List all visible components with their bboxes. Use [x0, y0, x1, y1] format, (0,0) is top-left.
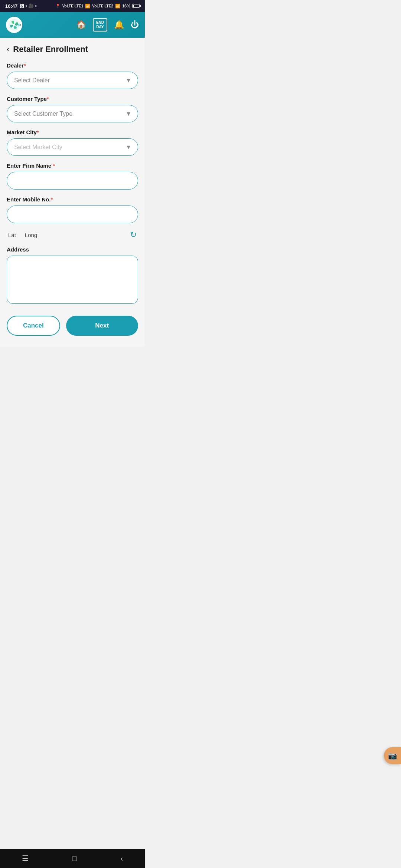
- lat-label: Lat: [8, 232, 16, 238]
- customer-type-select-wrapper: ▼ Select Customer Type: [7, 105, 138, 122]
- mobile-label: Enter Mobile No.*: [7, 196, 138, 203]
- dealer-select-wrapper: ▼ Select Dealer: [7, 72, 138, 89]
- status-time: 16:47 🖼 • 🎥 •: [5, 3, 37, 9]
- signal-bars-1: 📶: [85, 4, 90, 9]
- mobile-field-section: Enter Mobile No.*: [7, 196, 138, 223]
- header-nav: 🏠 END DAY 🔔 ⏻: [76, 18, 139, 32]
- address-label: Address: [7, 246, 138, 253]
- app-header: VST 🏠 END DAY 🔔 ⏻: [0, 12, 145, 38]
- end-day-line1: END: [96, 20, 104, 25]
- firm-name-required-star: *: [53, 162, 55, 169]
- firm-name-field-section: Enter Firm Name *: [7, 162, 138, 190]
- refresh-location-icon[interactable]: ↻: [130, 230, 137, 240]
- logo-area: VST: [6, 17, 22, 33]
- signal-text: VoLTE LTE1: [62, 4, 84, 8]
- logo-circle: VST: [6, 17, 22, 33]
- firm-name-label: Enter Firm Name *: [7, 162, 138, 169]
- dealer-select[interactable]: [7, 72, 138, 89]
- customer-type-select[interactable]: [7, 105, 138, 122]
- status-icons: 🖼 • 🎥 •: [20, 3, 36, 9]
- customer-type-label: Customer Type*: [7, 96, 138, 102]
- market-city-select-wrapper: ▼ Select Market City: [7, 138, 138, 156]
- end-day-button[interactable]: END DAY: [93, 18, 107, 32]
- notifications-icon[interactable]: 🔔: [114, 20, 124, 30]
- signal-text-2: VoLTE LTE2: [92, 4, 113, 8]
- location-icon: 📍: [55, 4, 61, 9]
- page-title-row: ‹ Retailer Enrollment: [7, 45, 138, 54]
- market-city-select[interactable]: [7, 138, 138, 156]
- button-row: Cancel Next: [7, 316, 138, 336]
- dealer-label: Dealer*: [7, 62, 138, 69]
- end-day-line2: DAY: [96, 25, 104, 29]
- mobile-required-star: *: [50, 196, 53, 203]
- cancel-button[interactable]: Cancel: [7, 316, 60, 336]
- firm-name-input[interactable]: [7, 172, 138, 190]
- vst-logo-svg: VST: [7, 18, 21, 32]
- time-display: 16:47: [5, 3, 17, 9]
- page-title: Retailer Enrollment: [13, 45, 88, 54]
- address-input[interactable]: [7, 256, 138, 304]
- svg-text:VST: VST: [15, 23, 21, 27]
- next-button[interactable]: Next: [66, 316, 138, 336]
- lat-long-row: Lat Long ↻: [7, 230, 138, 240]
- status-right-icons: 📍 VoLTE LTE1 📶 VoLTE LTE2 📶 16%: [55, 4, 140, 9]
- dealer-required-star: *: [24, 62, 26, 69]
- market-city-label: Market City*: [7, 129, 138, 135]
- battery-icon: [132, 4, 140, 8]
- dealer-field-section: Dealer* ▼ Select Dealer: [7, 62, 138, 89]
- market-city-required-star: *: [37, 129, 39, 135]
- page-content: ‹ Retailer Enrollment Dealer* ▼ Select D…: [0, 38, 145, 347]
- signal-bars-2: 📶: [115, 4, 120, 9]
- back-button[interactable]: ‹: [7, 45, 9, 54]
- customer-type-field-section: Customer Type* ▼ Select Customer Type: [7, 96, 138, 122]
- battery-display: 16%: [122, 4, 130, 8]
- address-field-section: Address: [7, 246, 138, 305]
- long-label: Long: [25, 232, 37, 238]
- market-city-field-section: Market City* ▼ Select Market City: [7, 129, 138, 156]
- customer-type-required-star: *: [47, 96, 49, 102]
- status-bar: 16:47 🖼 • 🎥 • 📍 VoLTE LTE1 📶 VoLTE LTE2 …: [0, 0, 145, 12]
- mobile-input[interactable]: [7, 206, 138, 223]
- home-icon[interactable]: 🏠: [76, 20, 86, 30]
- power-icon[interactable]: ⏻: [131, 20, 139, 30]
